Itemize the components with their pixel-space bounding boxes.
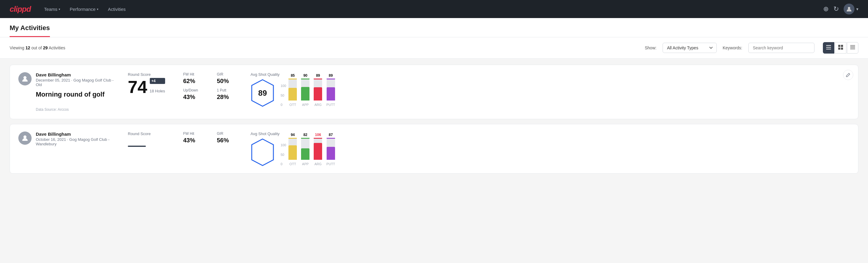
svg-rect-1: [826, 45, 831, 46]
nav-performance-label: Performance: [70, 7, 96, 12]
card-date: December 05, 2021 · Gog Magog Golf Club …: [36, 78, 121, 87]
card-left: Dave Billingham December 05, 2021 · Gog …: [18, 72, 121, 112]
svg-rect-6: [838, 48, 840, 50]
stat-1putt: 1 Putt 28%: [217, 88, 243, 100]
card-date-2: October 16, 2021 · Gog Magog Golf Club -…: [36, 137, 121, 146]
card-info-2: Dave Billingham October 16, 2021 · Gog M…: [36, 132, 121, 146]
nav-item-performance[interactable]: Performance ▾: [66, 4, 102, 14]
view-toggles: [823, 42, 858, 54]
activity-card-2: Dave Billingham October 16, 2021 · Gog M…: [10, 124, 858, 174]
svg-point-14: [24, 136, 27, 139]
score-holes: 18 Holes: [150, 89, 165, 93]
nav-item-teams[interactable]: Teams ▾: [40, 4, 64, 14]
avatar: [844, 4, 855, 14]
card-title: Morning round of golf: [36, 91, 121, 98]
search-input[interactable]: [748, 43, 814, 53]
show-label: Show:: [645, 46, 657, 50]
refresh-icon[interactable]: ↻: [833, 5, 839, 13]
compact-view-icon: [850, 45, 855, 51]
svg-rect-2: [826, 47, 831, 48]
nav-teams-chevron: ▾: [59, 7, 60, 11]
bar-arg-2: 106 ARG: [314, 133, 322, 166]
hex-score-value: 89: [258, 88, 267, 98]
score-diff: +4: [150, 78, 165, 84]
round-score-section-2: Round Score: [128, 132, 176, 147]
svg-rect-4: [838, 45, 840, 47]
hexagon-score-2: [251, 139, 275, 166]
svg-rect-7: [841, 48, 843, 50]
keywords-label: Keywords:: [723, 46, 742, 50]
grid-view-icon: [838, 45, 843, 51]
y-axis-2: 100 50 0: [281, 143, 286, 166]
bar-app-2: 82 APP: [301, 133, 309, 166]
bar-ott: 85 OTT: [288, 74, 297, 107]
score-value: 74: [128, 78, 147, 96]
grid-view-button[interactable]: [835, 42, 846, 54]
stats-grid-2: FW Hit 43% GIR 56%: [183, 132, 243, 144]
svg-point-0: [848, 7, 850, 9]
list-view-icon: [826, 45, 831, 51]
stat-fw-hit: FW Hit 62%: [183, 72, 210, 85]
nav-right: ⊕ ↻ ▾: [823, 4, 858, 14]
viewing-count: 12: [26, 46, 30, 50]
stat-fw-hit-2: FW Hit 43%: [183, 132, 210, 144]
card-data-source: Data Source: Arccos: [36, 108, 121, 112]
card-left-2: Dave Billingham October 16, 2021 · Gog M…: [18, 132, 121, 146]
card-user-name-2: Dave Billingham: [36, 132, 121, 137]
logo[interactable]: clippd: [10, 4, 31, 14]
svg-rect-3: [826, 49, 831, 49]
stat-gir-2: GIR 56%: [217, 132, 243, 144]
page-header: My Activities: [0, 18, 868, 37]
navbar: clippd Teams ▾ Performance ▾ Activities …: [0, 0, 868, 18]
nav-activities-label: Activities: [108, 7, 126, 12]
user-chevron-icon: ▾: [856, 7, 858, 11]
svg-rect-5: [841, 45, 843, 47]
hexagon-score: 89: [251, 79, 275, 107]
svg-point-12: [24, 76, 27, 79]
stat-gir: GIR 50%: [217, 72, 243, 85]
stats-grid: FW Hit 62% GIR 50% Up/Down 43% 1 Putt 28…: [183, 72, 243, 100]
bar-putt-2: 87 PUTT: [326, 133, 335, 166]
bar-ott-2: 94 OTT: [288, 133, 297, 166]
bar-chart: 100 50 0 85: [281, 80, 335, 107]
round-score-section: Round Score 74 +4 18 Holes: [128, 72, 176, 96]
score-row: 74 +4 18 Holes: [128, 78, 176, 96]
nav-item-activities[interactable]: Activities: [104, 4, 129, 14]
round-score-label: Round Score: [128, 72, 176, 77]
card-user-name: Dave Billingham: [36, 72, 121, 77]
bar-arg: 89 ARG: [314, 74, 322, 107]
bar-app: 90 APP: [301, 74, 309, 107]
nav-items: Teams ▾ Performance ▾ Activities: [40, 4, 129, 14]
svg-rect-10: [850, 48, 855, 48]
bar-putt: 89 PUTT: [326, 74, 335, 107]
page-title: My Activities: [10, 18, 50, 37]
main-content: Dave Billingham December 05, 2021 · Gog …: [0, 59, 868, 180]
activity-card: Dave Billingham December 05, 2021 · Gog …: [10, 65, 858, 119]
edit-button[interactable]: [843, 70, 853, 80]
card-info: Dave Billingham December 05, 2021 · Gog …: [36, 72, 121, 112]
y-axis: 100 50 0: [281, 84, 286, 107]
score-placeholder: [128, 146, 146, 147]
filter-bar: Viewing 12 out of 29 Activities Show: Al…: [0, 37, 868, 59]
round-score-label-2: Round Score: [128, 132, 176, 136]
bar-chart-2: 100 50 0 94 OTT: [281, 139, 335, 166]
activity-type-select[interactable]: All Activity Types: [662, 43, 717, 53]
nav-performance-chevron: ▾: [97, 7, 98, 11]
viewing-text: Viewing 12 out of 29 Activities: [10, 46, 639, 50]
score-row-2: [128, 137, 176, 147]
svg-rect-8: [850, 45, 855, 46]
svg-rect-9: [850, 46, 855, 47]
shot-quality-section: Avg Shot Quality 89 100 50: [251, 72, 850, 107]
svg-marker-15: [252, 139, 273, 166]
user-menu-button[interactable]: ▾: [844, 4, 858, 14]
svg-rect-11: [850, 49, 855, 49]
avatar: [18, 72, 32, 85]
nav-teams-label: Teams: [44, 7, 57, 12]
shot-quality-section-2: Avg Shot Quality 100 50 0: [251, 132, 850, 166]
add-icon[interactable]: ⊕: [823, 5, 829, 13]
list-view-button[interactable]: [823, 42, 834, 54]
compact-view-button[interactable]: [847, 42, 858, 54]
total-count: 29: [43, 46, 48, 50]
avatar-2: [18, 132, 32, 145]
stat-updown: Up/Down 43%: [183, 88, 210, 100]
